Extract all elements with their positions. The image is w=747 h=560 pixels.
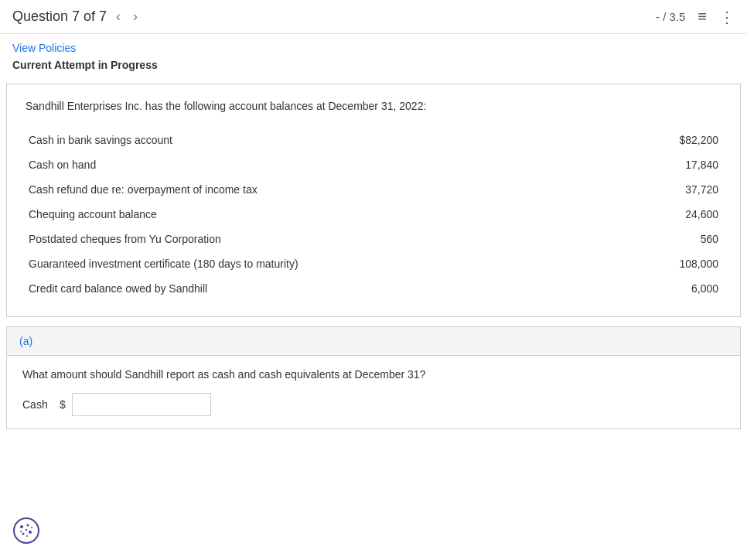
table-row: Postdated cheques from Yu Corporation560	[26, 227, 721, 251]
account-value: 108,000	[513, 251, 721, 276]
table-row: Guaranteed investment certificate (180 d…	[26, 251, 721, 276]
cookie-icon[interactable]	[12, 517, 40, 545]
table-row: Credit card balance owed by Sandhill6,00…	[26, 276, 721, 301]
cash-label: Cash	[22, 398, 53, 411]
account-label: Cash on hand	[26, 152, 513, 177]
part-a-section: (a) What amount should Sandhill report a…	[0, 326, 747, 429]
part-a-body: What amount should Sandhill report as ca…	[6, 356, 741, 429]
svg-point-5	[26, 529, 27, 531]
account-label: Chequing account balance	[26, 202, 513, 227]
part-a-label: (a)	[19, 335, 32, 347]
cash-input[interactable]	[72, 393, 211, 416]
sub-header: View Policies Current Attempt in Progres…	[0, 34, 747, 76]
part-a-header: (a)	[6, 326, 741, 356]
svg-point-6	[31, 527, 32, 528]
account-value: 37,720	[513, 177, 721, 202]
svg-point-7	[20, 531, 22, 532]
prev-button[interactable]: ‹	[113, 7, 124, 26]
score-display: - / 3.5	[656, 10, 685, 23]
header: Question 7 of 7 ‹ › - / 3.5 ≡ ⋮	[0, 0, 747, 34]
question-intro: Sandhill Enterprises Inc. has the follow…	[26, 100, 721, 112]
account-label: Guaranteed investment certificate (180 d…	[26, 251, 513, 276]
part-a-question: What amount should Sandhill report as ca…	[22, 368, 725, 381]
account-value: 6,000	[513, 276, 721, 301]
next-button[interactable]: ›	[130, 7, 141, 26]
dollar-sign: $	[60, 398, 66, 411]
svg-point-1	[20, 525, 23, 528]
account-table: Cash in bank savings account$82,200Cash …	[26, 128, 721, 301]
svg-point-8	[26, 535, 28, 537]
header-left: Question 7 of 7 ‹ ›	[12, 7, 141, 26]
svg-point-2	[27, 524, 29, 527]
svg-point-3	[29, 531, 32, 534]
table-row: Cash refund due re: overpayment of incom…	[26, 177, 721, 202]
svg-point-4	[22, 533, 25, 535]
table-row: Cash on hand17,840	[26, 152, 721, 177]
header-right: - / 3.5 ≡ ⋮	[656, 8, 735, 26]
account-value: 560	[513, 227, 721, 251]
view-policies-link[interactable]: View Policies	[12, 42, 735, 54]
account-value: 24,600	[513, 202, 721, 227]
list-icon[interactable]: ≡	[698, 8, 707, 26]
account-label: Cash refund due re: overpayment of incom…	[26, 177, 513, 202]
question-card: Sandhill Enterprises Inc. has the follow…	[6, 84, 741, 317]
attempt-status: Current Attempt in Progress	[12, 59, 158, 71]
account-value: $82,200	[513, 128, 721, 152]
account-label: Credit card balance owed by Sandhill	[26, 276, 513, 301]
question-title: Question 7 of 7	[12, 9, 107, 25]
table-row: Cash in bank savings account$82,200	[26, 128, 721, 152]
account-label: Cash in bank savings account	[26, 128, 513, 152]
account-value: 17,840	[513, 152, 721, 177]
cash-input-row: Cash $	[22, 393, 725, 416]
more-menu-icon[interactable]: ⋮	[719, 8, 735, 26]
table-row: Chequing account balance24,600	[26, 202, 721, 227]
account-label: Postdated cheques from Yu Corporation	[26, 227, 513, 251]
